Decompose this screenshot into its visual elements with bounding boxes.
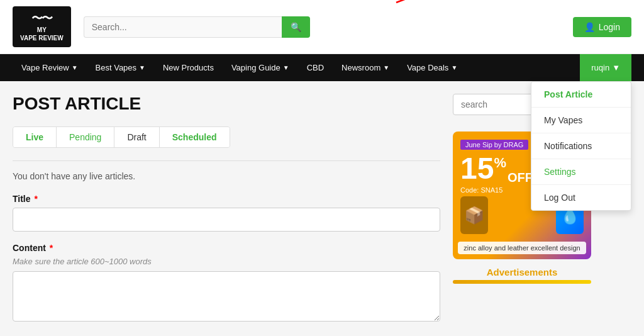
article-tabs: Live Pending Draft Scheduled xyxy=(13,126,230,148)
title-input[interactable] xyxy=(13,208,440,232)
nav-cbd[interactable]: CBD xyxy=(298,54,333,81)
tab-pending[interactable]: Pending xyxy=(57,127,114,147)
user-menu-button[interactable]: ruqin ▼ xyxy=(580,54,631,81)
ad-percent-sign: % xyxy=(494,156,506,170)
advertisements-bar xyxy=(453,280,591,284)
ad-desc-text: zinc alloy and leather excellent design xyxy=(464,244,580,252)
dropdown-logout-label: Log Out xyxy=(544,193,575,203)
content-hint: Make sure the article 600~1000 words xyxy=(13,257,440,266)
ad-off-label: OFF xyxy=(508,171,533,184)
tab-scheduled[interactable]: Scheduled xyxy=(160,127,230,147)
device-left-icon: 📦 xyxy=(464,206,484,225)
chevron-down-icon: ▼ xyxy=(383,64,389,71)
title-form-group: Title * xyxy=(13,194,440,232)
nav-best-vapes-label: Best Vapes xyxy=(96,63,137,72)
ad-discount-number: 15 xyxy=(460,154,494,184)
header-right: 👤 Login xyxy=(573,17,631,37)
tab-pending-label: Pending xyxy=(69,132,101,142)
main-navbar: Vape Review ▼ Best Vapes ▼ New Products … xyxy=(0,54,644,81)
logo-line2: VAPE REVIEW xyxy=(20,34,64,42)
chevron-down-icon: ▼ xyxy=(612,63,620,72)
dropdown-post-article-label: Post Article xyxy=(544,89,592,99)
login-button[interactable]: 👤 Login xyxy=(573,17,631,37)
header-search-input[interactable] xyxy=(84,16,282,38)
dropdown-item-settings[interactable]: Settings xyxy=(531,159,631,185)
ad-device-left: 📦 xyxy=(460,196,488,234)
chevron-down-icon: ▼ xyxy=(283,64,289,71)
content-label: Content * xyxy=(13,243,440,253)
ad-tag-text: June Sip by DRAG xyxy=(465,141,523,148)
content-textarea[interactable] xyxy=(13,271,440,322)
user-dropdown-menu: Post Article My Vapes Notifications Sett… xyxy=(531,81,631,211)
dropdown-settings-label: Settings xyxy=(544,167,576,177)
nav-vaping-guide-label: Vaping Guide xyxy=(231,63,280,72)
user-menu-wrapper: ruqin ▼ Post Article My Vapes Notificati… xyxy=(580,54,631,81)
dropdown-item-logout[interactable]: Log Out xyxy=(531,185,631,210)
nav-vape-review-label: Vape Review xyxy=(21,63,69,72)
login-label: Login xyxy=(599,22,620,32)
content-label-text: Content xyxy=(13,243,46,253)
chevron-down-icon: ▼ xyxy=(451,64,457,71)
left-panel: POST ARTICLE Live Pending Draft Schedule… xyxy=(13,94,440,335)
search-icon: 🔍 xyxy=(291,22,301,32)
nav-new-products[interactable]: New Products xyxy=(154,54,223,81)
title-required: * xyxy=(32,194,38,204)
nav-new-products-label: New Products xyxy=(163,63,214,72)
tab-draft[interactable]: Draft xyxy=(114,127,159,147)
nav-vape-deals[interactable]: Vape Deals ▼ xyxy=(398,54,466,81)
tab-live-label: Live xyxy=(26,132,43,142)
content-required: * xyxy=(47,243,53,253)
site-header: 〜〜 MY VAPE REVIEW 🔍 👤 Login xyxy=(0,0,644,54)
arrow-icon xyxy=(390,0,453,6)
dropdown-notifications-label: Notifications xyxy=(544,141,592,151)
user-menu-label: ruqin xyxy=(591,63,609,72)
header-search-button[interactable]: 🔍 xyxy=(282,16,310,38)
chevron-down-icon: ▼ xyxy=(139,64,145,71)
user-icon: 👤 xyxy=(584,22,595,32)
tab-live[interactable]: Live xyxy=(13,127,57,147)
nav-vaping-guide[interactable]: Vaping Guide ▼ xyxy=(223,54,298,81)
content-form-group: Content * Make sure the article 600~1000… xyxy=(13,243,440,323)
chevron-down-icon: ▼ xyxy=(72,64,78,71)
title-label-text: Title xyxy=(13,194,31,204)
dropdown-item-my-vapes[interactable]: My Vapes xyxy=(531,108,631,133)
nav-vape-deals-label: Vape Deals xyxy=(407,63,448,72)
logo-icon: 〜〜 xyxy=(31,11,52,26)
header-search-bar: 🔍 xyxy=(84,16,310,38)
logo-line1: MY xyxy=(37,26,47,34)
dropdown-my-vapes-label: My Vapes xyxy=(544,115,582,125)
divider xyxy=(13,160,440,161)
title-label: Title * xyxy=(13,194,440,204)
nav-cbd-label: CBD xyxy=(307,63,324,72)
nav-best-vapes[interactable]: Best Vapes ▼ xyxy=(87,54,154,81)
dropdown-item-post-article[interactable]: Post Article xyxy=(531,82,631,108)
svg-line-1 xyxy=(396,0,447,3)
ad-code-label: Code: xyxy=(460,186,479,194)
nav-newsroom[interactable]: Newsroom ▼ xyxy=(333,54,398,81)
nav-vape-review[interactable]: Vape Review ▼ xyxy=(13,54,87,81)
dropdown-item-notifications[interactable]: Notifications xyxy=(531,133,631,159)
advertisements-label: Advertisements xyxy=(453,267,591,277)
logo-area[interactable]: 〜〜 MY VAPE REVIEW xyxy=(13,6,71,47)
site-logo[interactable]: 〜〜 MY VAPE REVIEW xyxy=(13,6,71,47)
ad-code-value: SNA15 xyxy=(480,186,502,194)
no-articles-text: You don't have any live articles. xyxy=(13,171,440,181)
page-title: POST ARTICLE xyxy=(13,94,440,114)
nav-newsroom-label: Newsroom xyxy=(341,63,380,72)
tab-scheduled-label: Scheduled xyxy=(172,132,217,142)
ad-tag: June Sip by DRAG xyxy=(460,140,528,150)
tab-draft-label: Draft xyxy=(127,132,146,142)
ad-description: zinc alloy and leather excellent design xyxy=(458,242,586,254)
